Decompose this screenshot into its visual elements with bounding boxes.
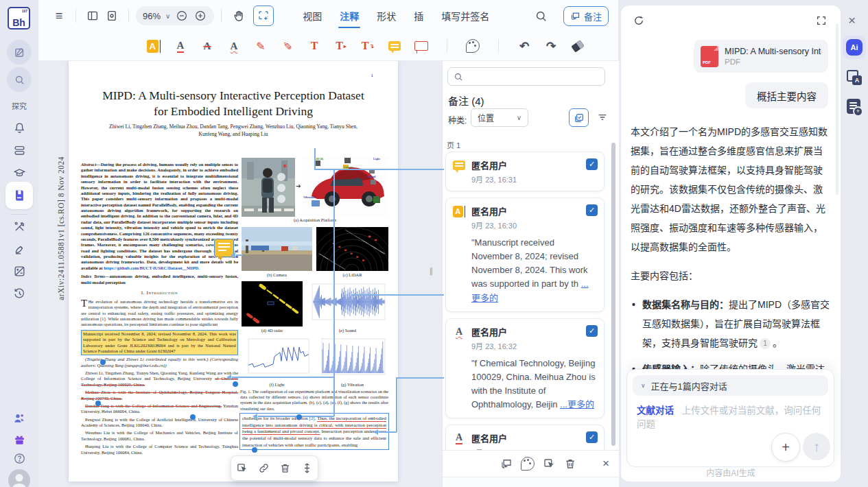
- annotation-checkbox[interactable]: ✓: [586, 204, 598, 216]
- annotation-search-input[interactable]: [467, 71, 599, 82]
- color-palette-icon[interactable]: [465, 38, 481, 54]
- zoom-in-button[interactable]: [193, 9, 207, 23]
- library-books-icon[interactable]: [12, 143, 26, 157]
- annotation-card[interactable]: A匿名用户9月 23, 16:32"f Chemical Technology,…: [445, 318, 605, 419]
- figure-person-image: [242, 158, 295, 217]
- car-sensor-label: LiDAR: [314, 158, 323, 161]
- zoom-out-button[interactable]: [175, 9, 189, 23]
- chat-context-bar[interactable]: ∨ 正在与1篇内容对话: [633, 375, 828, 396]
- figure-label-e: (e) Sound: [307, 328, 388, 333]
- trash-icon[interactable]: [563, 456, 578, 471]
- undo-icon[interactable]: ↶: [516, 38, 532, 54]
- community-icon[interactable]: [12, 412, 26, 425]
- marker-tool-icon[interactable]: ✐: [279, 38, 296, 54]
- top-toolbar: ≡ 96% ∨ 视图注释形状插填写并签名: [38, 0, 618, 32]
- text-tool-icon[interactable]: T: [306, 38, 322, 54]
- paper-left-column: Abstract—During the process of driving, …: [81, 162, 238, 458]
- annotation-search-box[interactable]: [447, 67, 605, 86]
- panel-resize-handle[interactable]: ∥: [427, 263, 436, 278]
- github-link[interactable]: https://github.com/BUCT-IUSRC/Dataset__M…: [104, 265, 200, 270]
- send-button[interactable]: ↑: [803, 433, 830, 460]
- close-icon[interactable]: ×: [598, 456, 613, 471]
- attached-document-chip[interactable]: PDF MIPD: A Multi-sensory Inter... PDF: [694, 40, 828, 73]
- typewriter-tool-icon[interactable]: T↴: [360, 38, 376, 54]
- gift-icon[interactable]: [12, 432, 26, 446]
- link-icon[interactable]: [257, 462, 270, 475]
- expand-icon[interactable]: [814, 14, 828, 27]
- pencil-tool-icon[interactable]: ✎: [253, 38, 269, 54]
- highlight-tool-icon[interactable]: A: [145, 38, 162, 54]
- citation-badge[interactable]: 1: [760, 338, 771, 349]
- marquee-select-tool-icon[interactable]: [253, 5, 274, 26]
- figure-label-g: (g) Vibration: [316, 382, 388, 387]
- sticky-note-tool-icon[interactable]: [386, 38, 403, 54]
- tools-icon[interactable]: [12, 219, 26, 233]
- ai-response-list-intro: 主要内容包括：: [631, 266, 831, 285]
- underlined-annotation-paragraph[interactable]: challenges for its broader adoption [2].…: [239, 413, 389, 450]
- translate-tab[interactable]: A: [847, 70, 862, 85]
- zoom-value[interactable]: 96%: [143, 11, 161, 21]
- annotation-checkbox[interactable]: ✓: [586, 158, 598, 170]
- graduation-cap-icon[interactable]: [12, 166, 26, 180]
- affiliation-line: Wenzhuo Liu is with the College of Mecha…: [81, 430, 238, 442]
- new-chat-refresh-icon[interactable]: [632, 14, 646, 27]
- help-icon[interactable]: [12, 451, 26, 465]
- notifications-bell-icon[interactable]: [12, 121, 26, 134]
- filter-icon[interactable]: [596, 111, 609, 123]
- tab-视图[interactable]: 视图: [303, 0, 322, 32]
- more-link[interactable]: ...更多的: [560, 399, 594, 409]
- search-icon[interactable]: [532, 6, 551, 25]
- user-avatar[interactable]: [8, 469, 30, 487]
- chevron-down-icon[interactable]: ∨: [165, 12, 170, 20]
- more-link[interactable]: ...更多的: [471, 278, 589, 302]
- annotation-checkbox[interactable]: ✓: [586, 431, 598, 443]
- tab-注释[interactable]: 注释: [340, 0, 359, 32]
- pen-award-icon[interactable]: [12, 242, 26, 256]
- color-palette-icon[interactable]: [520, 456, 535, 471]
- search-circle-icon[interactable]: [7, 67, 32, 92]
- strikethrough-tool-icon[interactable]: A: [199, 38, 215, 54]
- annotation-card[interactable]: A匿名用户9月 23, 16:30"Manuscript received No…: [445, 198, 605, 312]
- app-logo[interactable]: Bh107: [8, 7, 30, 29]
- reader-tab-active[interactable]: [5, 182, 33, 209]
- highlighted-annotation[interactable]: Manuscript received November 8, 2024; re…: [81, 330, 238, 356]
- annotation-card[interactable]: 匿名用户9月 23, 16:31✓: [445, 152, 605, 191]
- menu-icon[interactable]: ≡: [49, 6, 69, 25]
- notes-toggle-button[interactable]: 备注: [563, 6, 609, 26]
- page-settings-icon[interactable]: [102, 6, 121, 25]
- text-callout-tool-icon[interactable]: T▸: [333, 38, 349, 54]
- chat-mode-label[interactable]: 文献对话: [637, 405, 674, 416]
- annotation-checkbox[interactable]: ✓: [586, 325, 598, 337]
- right-rail: × Ai A: [841, 0, 868, 487]
- attach-plus-button[interactable]: +: [771, 433, 800, 462]
- affiliation-line: Dandan Tang is with the College of Infor…: [81, 403, 238, 415]
- ai-assistant-tab[interactable]: Ai: [843, 36, 866, 59]
- scrollbar-track[interactable]: [836, 23, 838, 195]
- text-box-tool-icon[interactable]: [413, 38, 430, 54]
- sidebar-toggle-icon[interactable]: [83, 6, 102, 25]
- tab-填写并签名[interactable]: 填写并签名: [441, 0, 489, 32]
- eraser-icon[interactable]: [570, 38, 586, 54]
- pdf-viewer[interactable]: arXiv:2411.05881v1 [cs.RO] 8 Nov 2024 1 …: [38, 60, 442, 487]
- close-panel-icon[interactable]: ×: [848, 14, 856, 27]
- scrollbar-thumb[interactable]: [611, 143, 615, 446]
- fit-height-icon[interactable]: [300, 462, 314, 475]
- comment-icon[interactable]: [499, 456, 514, 471]
- move-annotation-icon[interactable]: [541, 456, 556, 471]
- multi-select-button[interactable]: [569, 108, 589, 127]
- tab-形状[interactable]: 形状: [377, 0, 396, 32]
- notes-compose-tab[interactable]: [847, 99, 860, 114]
- trash-icon[interactable]: [279, 462, 292, 475]
- move-annotation-icon[interactable]: [235, 462, 249, 475]
- history-clock-icon[interactable]: [12, 286, 26, 300]
- type-filter-select[interactable]: 位置∨: [471, 108, 528, 127]
- compose-icon[interactable]: [7, 40, 32, 64]
- redo-icon[interactable]: ↷: [543, 38, 559, 54]
- hand-tool-icon[interactable]: [228, 6, 248, 25]
- underline-tool-icon[interactable]: A: [172, 38, 189, 54]
- affiliation-line: Pengwei Zhang is with the College of Art…: [81, 417, 238, 429]
- adjust-chart-icon[interactable]: [12, 264, 26, 278]
- squiggly-tool-icon[interactable]: A: [226, 38, 242, 54]
- tab-插[interactable]: 插: [414, 0, 423, 32]
- affiliation-line: Zhiwei Li, Tingzhen Zhang, Tianyu Shen, …: [81, 370, 238, 388]
